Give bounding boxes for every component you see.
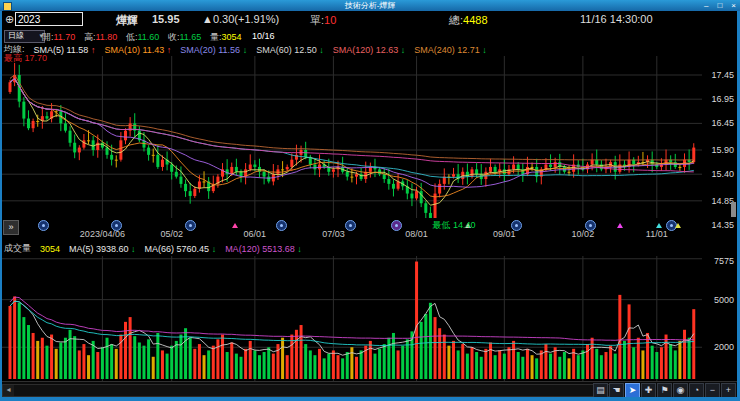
volume-chart-pane[interactable] — [2, 256, 702, 381]
field-date-value: 10/16 — [252, 31, 275, 41]
signal-triangle-icon[interactable] — [675, 223, 681, 228]
zoom-in-icon[interactable]: + — [721, 383, 736, 398]
sma-item-2-value: SMA(20) 11.56 — [180, 45, 242, 55]
volume-axis: 757550002000 — [702, 256, 737, 381]
minimize-button[interactable]: – — [704, 0, 708, 11]
sma-item-3-arrow: ↓ — [319, 45, 324, 55]
price-tick-6: 14.35 — [711, 220, 734, 230]
crosshair-icon[interactable]: ✚ — [641, 383, 656, 398]
field-date: 10/16 — [252, 31, 275, 41]
event-marker-icon[interactable] — [185, 220, 196, 231]
restore-button[interactable]: □ — [717, 0, 722, 11]
volume-legend-row: 成交量 3054 MA(5) 3938.60 ↓MA(66) 5760.45 ↓… — [2, 241, 739, 256]
history-icon[interactable]: ◔ — [689, 383, 704, 398]
sma-item-4-arrow: ↓ — [401, 45, 406, 55]
price-chart-svg — [2, 56, 702, 218]
date-tick-1: 05/02 — [160, 229, 183, 239]
event-marker-icon[interactable] — [276, 220, 287, 231]
flag-icon[interactable]: ⚑ — [657, 383, 672, 398]
last-price: 15.95 — [152, 13, 180, 25]
field-high-label: 高: — [84, 32, 96, 42]
close-button[interactable]: × — [731, 0, 736, 11]
field-low-value: 11.60 — [138, 32, 160, 42]
field-low-label: 低: — [126, 32, 138, 42]
print-icon[interactable]: ▤ — [593, 383, 608, 398]
signal-triangle-icon[interactable] — [656, 223, 662, 228]
eye-icon[interactable]: ◉ — [673, 383, 688, 398]
pan-icon[interactable]: ☚ — [609, 383, 624, 398]
event-marker-icon[interactable] — [38, 220, 49, 231]
sma-item-0-arrow: ↑ — [91, 45, 96, 55]
signal-triangle-icon[interactable] — [232, 223, 238, 228]
field-open-label: 開: — [42, 32, 54, 42]
cursor-icon[interactable]: ➤ — [625, 383, 640, 398]
chart-tools-toolbar: ▤☚➤✚⚑◉◔−+ — [593, 383, 736, 398]
sma-legend-row: 均線: SMA(5) 11.58 ↑SMA(10) 11.43 ↑SMA(20)… — [2, 43, 739, 56]
date-tick-3: 07/03 — [322, 229, 345, 239]
field-high-value: 11.80 — [96, 32, 118, 42]
volume-value: 3054 — [40, 244, 60, 254]
scroll-left-icon[interactable]: ◂ — [3, 385, 14, 396]
field-volume-label: 量: — [210, 32, 222, 42]
zoom-out-icon[interactable]: − — [705, 383, 720, 398]
volma-item-0: MA(5) 3938.60 ↓ — [69, 244, 136, 254]
event-marker-icon[interactable] — [511, 220, 522, 231]
ohlc-toolbar: 日線 ▾ 開:11.70高:11.80低:11.60收:11.65量:30541… — [2, 29, 737, 43]
volma-item-2-value: MA(120) 5513.68 — [225, 244, 297, 254]
volume-tick-1: 5000 — [714, 295, 734, 305]
price-tick-3: 15.90 — [711, 145, 734, 155]
field-close-value: 11.65 — [180, 32, 202, 42]
vertical-scrollbar-thumb[interactable] — [731, 202, 736, 217]
technical-analysis-window: 技術分析-燁輝 – □ × ⊕ 燁輝 15.95 ▲0.30(+1.91%) 單… — [0, 0, 740, 401]
symbol-input[interactable] — [15, 12, 83, 26]
horizontal-scrollbar[interactable]: ◂ ▸ — [2, 384, 622, 397]
volma-item-1-value: MA(66) 5760.45 — [145, 244, 212, 254]
sma-item-3: SMA(60) 12.50 ↓ — [256, 45, 324, 55]
volume-tick-2: 2000 — [714, 342, 734, 352]
field-close-label: 收: — [168, 32, 180, 42]
event-marker-icon[interactable] — [585, 220, 596, 231]
sma-item-4-value: SMA(120) 12.63 — [333, 45, 401, 55]
date-tick-2: 06/01 — [244, 229, 267, 239]
event-marker-icon[interactable] — [391, 220, 402, 231]
price-tick-1: 16.95 — [711, 94, 734, 104]
title-bar: 技術分析-燁輝 – □ × — [0, 0, 740, 11]
stock-header: ⊕ 燁輝 15.95 ▲0.30(+1.91%) 單:10 總:4488 11/… — [2, 11, 737, 29]
expand-button[interactable]: » — [3, 220, 19, 235]
highest-price-annotation: 最高 17.70 — [4, 52, 47, 65]
symbol-search-icon[interactable]: ⊕ — [5, 13, 14, 26]
price-tick-4: 15.40 — [711, 169, 734, 179]
period-dropdown[interactable]: 日線 ▾ — [4, 30, 45, 43]
sma-item-2: SMA(20) 11.56 ↓ — [180, 45, 247, 55]
volma-item-2: MA(120) 5513.68 ↓ — [225, 244, 302, 254]
window-title: 技術分析-燁輝 — [0, 0, 740, 11]
date-axis: » 2023/04/0605/0206/0107/0308/0109/0110/… — [2, 218, 702, 242]
date-tick-7: 11/01 — [646, 229, 668, 239]
window-border-bottom — [0, 397, 740, 401]
stock-name: 燁輝 — [116, 13, 138, 28]
sma-item-5-value: SMA(240) 12.71 — [414, 45, 482, 55]
total-volume: 總:4488 — [449, 13, 488, 28]
signal-triangle-icon[interactable] — [617, 223, 623, 228]
sma-item-1: SMA(10) 11.43 ↑ — [104, 45, 171, 55]
sma-item-5: SMA(240) 12.71 ↓ — [414, 45, 487, 55]
single-volume: 單:10 — [310, 13, 336, 28]
sma-item-1-value: SMA(10) 11.43 — [104, 45, 166, 55]
volma-item-0-arrow: ↓ — [131, 244, 136, 254]
field-volume-value: 3054 — [222, 32, 242, 42]
lowest-price-annotation: 最低 14.40 — [432, 219, 475, 232]
volma-item-0-value: MA(5) 3938.60 — [69, 244, 131, 254]
sma-item-5-arrow: ↓ — [482, 45, 487, 55]
sma-item-2-arrow: ↓ — [243, 45, 248, 55]
event-marker-icon[interactable] — [111, 220, 122, 231]
event-marker-icon[interactable] — [345, 220, 356, 231]
price-change: ▲0.30(+1.91%) — [202, 13, 279, 25]
field-open-value: 11.70 — [54, 32, 76, 42]
volma-item-1-arrow: ↓ — [212, 244, 217, 254]
sma-item-1-arrow: ↑ — [167, 45, 172, 55]
quote-datetime: 11/16 14:30:00 — [580, 13, 653, 25]
date-tick-4: 08/01 — [405, 229, 428, 239]
window-border-left — [0, 11, 2, 401]
price-chart-pane[interactable] — [2, 56, 702, 219]
date-tick-5: 09/01 — [493, 229, 516, 239]
